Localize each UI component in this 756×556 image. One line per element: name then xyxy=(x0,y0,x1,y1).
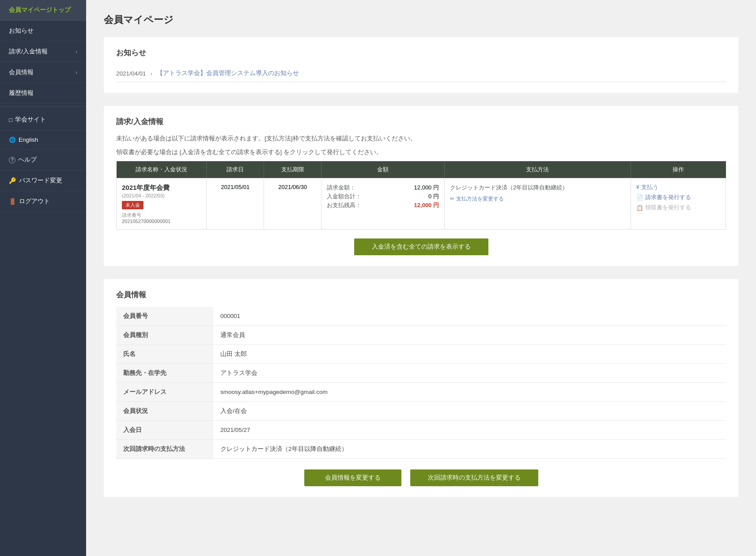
notice-row: 2021/04/01 › 【アトラス学会】会員管理システム導入のお知らせ xyxy=(116,65,726,82)
main-content: 会員マイページ お知らせ 2021/04/01 › 【アトラス学会】会員管理シス… xyxy=(86,0,756,556)
notice-section-title: お知らせ xyxy=(116,48,726,58)
sidebar-item-label: 学会サイト xyxy=(15,116,46,124)
deposit-label: 入金額合計： xyxy=(327,193,361,200)
sidebar-item-member-info[interactable]: 会員情報 › xyxy=(0,62,86,83)
sidebar-item-password-change[interactable]: 🔑 パスワード変更 xyxy=(0,170,86,191)
member-row: 氏名 山田 太郎 xyxy=(116,344,726,363)
member-field-value: 000001 xyxy=(213,307,726,326)
edit-member-button[interactable]: 会員情報を変更する xyxy=(304,469,401,486)
amount-cell: 請求金額： 12,000 円 入金額合計： 0 円 お支払残高： 12,000 … xyxy=(321,178,445,229)
member-field-value: アトラス学会 xyxy=(213,363,726,382)
member-row: 次回請求時の支払方法 クレジットカード決済（2年目以降自動継続） xyxy=(116,439,726,458)
billing-date-cell: 2021/05/01 xyxy=(207,178,264,229)
document-icon: 📄 xyxy=(636,194,643,201)
member-field-label: 会員状況 xyxy=(116,401,213,420)
member-field-label: 入会日 xyxy=(116,420,213,439)
notice-chevron-icon: › xyxy=(151,70,153,77)
amount-label: 請求金額： xyxy=(327,184,355,192)
payment-method-cell: クレジットカード決済（2年目以降自動継続） ✏ 支払方法を変更する xyxy=(444,178,631,229)
sidebar-item-notice[interactable]: お知らせ xyxy=(0,21,86,42)
sidebar-item-help[interactable]: ? ヘルプ xyxy=(0,150,86,170)
member-field-label: 次回請求時の支払方法 xyxy=(116,439,213,458)
member-section: 会員情報 会員番号 000001 会員種別 通常会員 氏名 山田 太郎 勤務先・… xyxy=(104,279,738,497)
table-row: 2021年度年会費 (2021/04 - 2022/03) 未入金 請求番号 2… xyxy=(117,178,726,229)
notice-date: 2021/04/01 xyxy=(116,70,146,77)
billing-table: 請求名称・入金状況 請求日 支払期限 金額 支払方法 操作 2021年度年会費 … xyxy=(116,161,726,230)
sidebar-item-logout[interactable]: 🚪 ログアウト xyxy=(0,191,86,212)
member-field-value: 山田 太郎 xyxy=(213,344,726,363)
status-badge: 未入金 xyxy=(122,201,144,209)
billing-section: 請求/入金情報 未払いがある場合は以下に請求情報が表示されます。[支払方法]枠で… xyxy=(104,106,738,266)
pencil-icon: ✏ xyxy=(450,196,454,202)
pay-link[interactable]: ¥ 支払う xyxy=(636,184,720,191)
page-title: 会員マイページ xyxy=(104,13,738,26)
edit-payment-button[interactable]: 次回請求時の支払方法を変更する xyxy=(410,469,538,486)
sidebar-item-label: English xyxy=(19,136,38,143)
external-link-icon: □ xyxy=(9,117,12,123)
sidebar-item-label: 請求/入金情報 xyxy=(9,48,48,56)
member-row: 会員種別 通常会員 xyxy=(116,325,726,344)
sidebar-item-billing[interactable]: 請求/入金情報 › xyxy=(0,42,86,62)
sidebar-item-mypage-top[interactable]: 会員マイページトップ xyxy=(0,0,86,21)
action-cell: ¥ 支払う 📄 請求書を発行する 📋 領収書を発行する xyxy=(631,178,726,229)
member-row: 入会日 2021/05/27 xyxy=(116,420,726,439)
member-row: 勤務先・在学先 アトラス学会 xyxy=(116,363,726,382)
balance-row: お支払残高： 12,000 円 xyxy=(327,201,439,209)
change-payment-link[interactable]: ✏ 支払方法を変更する xyxy=(450,195,625,203)
member-field-value: smoosy.atlas+mypagedemo@gmail.com xyxy=(213,382,726,401)
notice-link[interactable]: 【アトラス学会】会員管理システム導入のお知らせ xyxy=(157,69,299,77)
globe-icon: 🌐 xyxy=(9,136,16,143)
invoice-num-label: 請求番号 xyxy=(122,212,201,219)
help-icon: ? xyxy=(9,157,15,163)
payment-method-text: クレジットカード決済（2年目以降自動継続） xyxy=(450,184,625,192)
logout-icon: 🚪 xyxy=(9,198,16,205)
invoice-name: 2021年度年会費 xyxy=(122,184,201,192)
billing-col-action: 操作 xyxy=(631,161,726,178)
sidebar-item-history[interactable]: 履歴情報 xyxy=(0,83,86,104)
member-table: 会員番号 000001 会員種別 通常会員 氏名 山田 太郎 勤務先・在学先 ア… xyxy=(116,307,726,459)
member-actions: 会員情報を変更する 次回請求時の支払方法を変更する xyxy=(116,469,726,486)
notice-section: お知らせ 2021/04/01 › 【アトラス学会】会員管理システム導入のお知ら… xyxy=(104,37,738,93)
member-field-value: 入会/在会 xyxy=(213,401,726,420)
billing-col-payment: 支払方法 xyxy=(444,161,631,178)
amount-row: 請求金額： 12,000 円 xyxy=(327,184,439,192)
member-field-label: 氏名 xyxy=(116,344,213,363)
balance-value: 12,000 円 xyxy=(399,201,439,209)
amount-value: 12,000 円 xyxy=(399,184,439,192)
member-row: メールアドレス smoosy.atlas+mypagedemo@gmail.co… xyxy=(116,382,726,401)
deposit-value: 0 円 xyxy=(399,193,439,200)
billing-desc-2: 領収書が必要な場合は [入金済を含む全ての請求を表示する] をクリックして発行し… xyxy=(116,148,726,158)
yen-icon: ¥ xyxy=(636,184,639,190)
sidebar-item-label: ログアウト xyxy=(19,197,50,205)
billing-desc-1: 未払いがある場合は以下に請求情報が表示されます。[支払方法]枠で支払方法を確認し… xyxy=(116,134,726,144)
sidebar-item-label: 履歴情報 xyxy=(9,89,34,97)
deposit-row: 入金額合計： 0 円 xyxy=(327,193,439,200)
invoice-link[interactable]: 📄 請求書を発行する xyxy=(636,194,720,201)
show-all-billing-button[interactable]: 入金済を含む全ての請求を表示する xyxy=(354,238,488,255)
sidebar-item-english[interactable]: 🌐 English xyxy=(0,130,86,150)
member-row: 会員状況 入会/在会 xyxy=(116,401,726,420)
billing-col-amount: 金額 xyxy=(321,161,445,178)
key-icon: 🔑 xyxy=(9,177,16,184)
sidebar-item-academic-site[interactable]: □ 学会サイト xyxy=(0,110,86,130)
member-field-value: クレジットカード決済（2年目以降自動継続） xyxy=(213,439,726,458)
billing-col-name: 請求名称・入金状況 xyxy=(117,161,207,178)
member-field-label: メールアドレス xyxy=(116,382,213,401)
receipt-icon: 📋 xyxy=(636,204,643,211)
chevron-right-icon: › xyxy=(76,69,77,76)
sidebar-item-label: 会員マイページトップ xyxy=(9,6,71,14)
invoice-num: 202105270000000001 xyxy=(122,219,201,224)
action-links: ¥ 支払う 📄 請求書を発行する 📋 領収書を発行する xyxy=(636,184,720,212)
member-field-label: 会員種別 xyxy=(116,325,213,344)
billing-col-due: 支払期限 xyxy=(264,161,321,178)
member-field-value: 通常会員 xyxy=(213,325,726,344)
receipt-link[interactable]: 📋 領収書を発行する xyxy=(636,204,720,212)
sidebar-item-label: ヘルプ xyxy=(18,156,37,164)
balance-label: お支払残高： xyxy=(327,201,361,209)
invoice-name-cell: 2021年度年会費 (2021/04 - 2022/03) 未入金 請求番号 2… xyxy=(117,178,207,229)
due-date-cell: 2021/06/30 xyxy=(264,178,321,229)
member-row: 会員番号 000001 xyxy=(116,307,726,326)
sidebar-item-label: お知らせ xyxy=(9,27,34,35)
member-field-value: 2021/05/27 xyxy=(213,420,726,439)
sidebar-item-label: パスワード変更 xyxy=(19,177,62,185)
